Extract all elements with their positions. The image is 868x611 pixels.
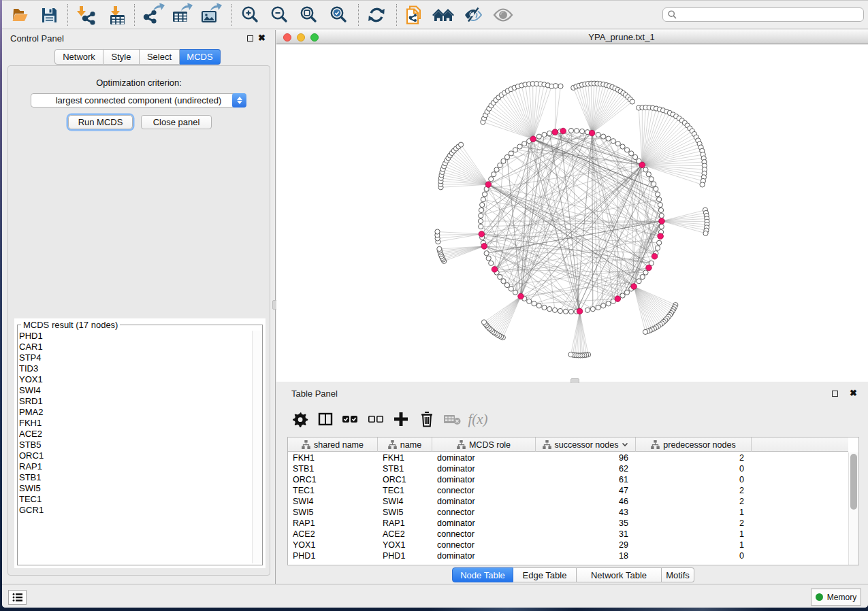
table-row[interactable]: SWI4SWI4dominator462 (288, 496, 858, 507)
mcds-result-item[interactable]: YOX1 (19, 374, 251, 385)
select-all-columns-button[interactable] (339, 408, 361, 430)
network-mcds-hub-node[interactable] (492, 267, 498, 273)
network-ring-node[interactable] (657, 197, 662, 202)
mcds-result-item[interactable]: CAR1 (19, 342, 251, 352)
network-mcds-hub-node[interactable] (615, 296, 621, 302)
mcds-result-item[interactable]: SRD1 (19, 396, 251, 407)
mcds-result-item[interactable]: SWI4 (19, 385, 251, 396)
mcds-result-item[interactable]: ORC1 (19, 450, 251, 461)
tab-network[interactable]: Network (54, 49, 103, 65)
tab-network-table[interactable]: Network Table (577, 567, 662, 582)
table-scrollbar[interactable] (848, 452, 858, 565)
network-ring-node[interactable] (606, 301, 611, 306)
column-header-predecessor-nodes[interactable]: predecessor nodes (636, 437, 752, 452)
network-ring-node[interactable] (489, 261, 494, 265)
network-ring-node[interactable] (658, 202, 662, 207)
mcds-result-scrollbar[interactable] (252, 331, 261, 563)
network-ring-node[interactable] (615, 142, 620, 146)
network-ring-node[interactable] (611, 139, 615, 144)
network-ring-node[interactable] (643, 167, 648, 172)
network-ring-node[interactable] (504, 282, 509, 287)
network-mcds-hub-node[interactable] (646, 265, 652, 271)
network-mcds-hub-node[interactable] (518, 293, 524, 299)
show-all-button[interactable] (492, 3, 515, 27)
network-mcds-hub-node[interactable] (552, 129, 558, 135)
mcds-result-item[interactable]: STB1 (19, 472, 251, 483)
float-panel-icon[interactable] (247, 35, 253, 42)
network-mcds-hub-node[interactable] (589, 130, 595, 136)
network-mcds-hub-node[interactable] (658, 233, 664, 240)
mcds-result-item[interactable]: FKH1 (19, 418, 251, 429)
network-ring-node[interactable] (532, 301, 536, 306)
network-ring-node[interactable] (629, 151, 634, 156)
network-leaf-node[interactable] (700, 182, 705, 187)
mcds-result-item[interactable]: RAP1 (19, 461, 251, 472)
network-ring-node[interactable] (568, 309, 573, 314)
network-ring-node[interactable] (542, 132, 547, 137)
float-panel-icon[interactable] (832, 391, 838, 397)
network-ring-node[interactable] (579, 129, 584, 133)
mcds-result-item[interactable]: PHD1 (19, 331, 251, 342)
show-panels-button[interactable] (8, 590, 27, 605)
network-ring-node[interactable] (643, 270, 648, 275)
mcds-result-list[interactable]: PHD1CAR1STP4TID3YOX1SWI4SRD1PMA2FKH1ACE2… (19, 331, 251, 563)
network-mcds-hub-node[interactable] (479, 231, 485, 237)
export-network-button[interactable] (142, 3, 165, 27)
tab-node-table[interactable]: Node Table (452, 567, 513, 582)
network-mcds-hub-node[interactable] (560, 128, 566, 134)
column-header-name[interactable]: name (378, 437, 432, 452)
export-table-button[interactable] (170, 3, 193, 27)
network-ring-node[interactable] (632, 154, 637, 159)
hide-selected-button[interactable] (462, 3, 485, 27)
mcds-result-item[interactable]: STP4 (19, 352, 251, 363)
network-leaf-node[interactable] (643, 329, 647, 334)
table-row[interactable]: FKH1FKH1dominator962 (288, 452, 858, 463)
table-row[interactable]: PHD1PHD1dominator180 (288, 550, 858, 561)
network-ring-node[interactable] (509, 151, 513, 156)
tab-mcds[interactable]: MCDS (180, 49, 221, 65)
network-ring-node[interactable] (494, 167, 499, 172)
table-row[interactable]: YOX1YOX1connector291 (288, 540, 858, 550)
network-mcds-hub-node[interactable] (639, 162, 645, 168)
close-window-icon[interactable] (283, 33, 291, 42)
minimize-window-icon[interactable] (297, 33, 305, 42)
network-ring-node[interactable] (479, 213, 483, 218)
network-ring-node[interactable] (646, 172, 651, 177)
network-mcds-hub-node[interactable] (652, 253, 658, 259)
network-leaf-node[interactable] (458, 142, 463, 147)
network-leaf-node[interactable] (703, 231, 708, 235)
network-ring-node[interactable] (659, 224, 664, 229)
network-leaf-node[interactable] (553, 84, 558, 88)
network-leaf-node[interactable] (568, 352, 573, 357)
zoom-in-button[interactable] (238, 3, 261, 27)
network-ring-node[interactable] (478, 218, 483, 223)
network-ring-node[interactable] (489, 177, 494, 182)
network-ring-node[interactable] (547, 131, 552, 135)
apply-layout-button[interactable] (365, 3, 388, 27)
network-ring-node[interactable] (480, 202, 485, 207)
import-network-button[interactable] (76, 3, 99, 27)
zoom-selected-button[interactable] (327, 3, 350, 27)
network-ring-node[interactable] (574, 129, 579, 133)
network-ring-node[interactable] (536, 303, 541, 308)
table-row[interactable]: RAP1RAP1dominator352 (288, 518, 858, 529)
network-ring-node[interactable] (590, 307, 595, 312)
network-mcds-hub-node[interactable] (481, 244, 487, 250)
search-input[interactable] (677, 9, 863, 20)
column-header-shared-name[interactable]: shared name (288, 437, 378, 452)
table-row[interactable]: STB1STB1dominator620 (288, 463, 858, 474)
table-row[interactable]: ACE2ACE2connector311 (288, 529, 858, 540)
network-ring-node[interactable] (542, 305, 547, 310)
delete-column-button[interactable] (416, 408, 438, 430)
import-table-button[interactable] (104, 3, 127, 27)
tab-motifs[interactable]: Motifs (662, 567, 694, 582)
network-leaf-node[interactable] (435, 229, 440, 234)
network-ring-node[interactable] (563, 309, 568, 314)
network-ring-node[interactable] (536, 134, 541, 139)
network-ring-node[interactable] (601, 134, 606, 139)
network-ring-node[interactable] (606, 136, 611, 141)
network-ring-node[interactable] (527, 299, 532, 303)
column-header-successor-nodes[interactable]: successor nodes (536, 437, 636, 452)
network-ring-node[interactable] (585, 308, 590, 312)
duplicate-network-button[interactable] (403, 3, 426, 27)
